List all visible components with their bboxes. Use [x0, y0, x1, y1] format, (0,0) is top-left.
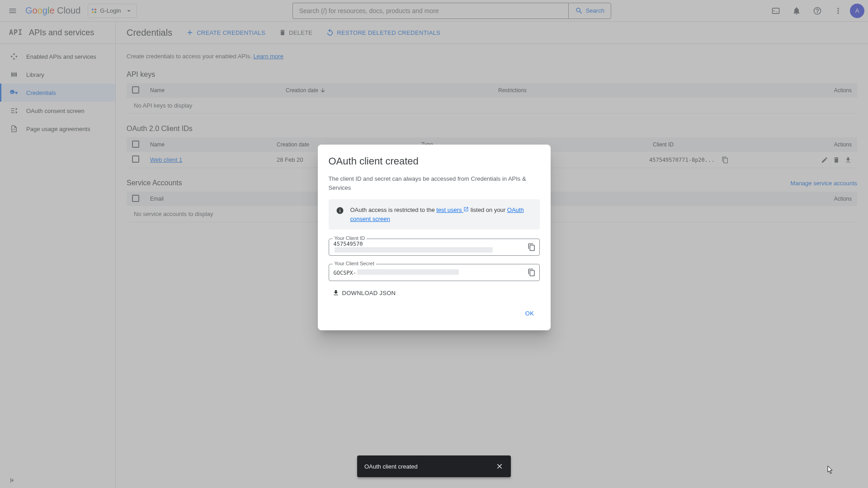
oauth-created-dialog: OAuth client created The client ID and s…	[318, 145, 551, 330]
dialog-actions: OK	[329, 307, 540, 319]
toast: OAuth client created	[357, 455, 511, 477]
download-label: DOWNLOAD JSON	[342, 290, 396, 296]
ok-button[interactable]: OK	[520, 307, 540, 319]
toast-message: OAuth client created	[364, 463, 418, 470]
copy-client-secret-button[interactable]	[528, 268, 536, 277]
copy-client-id-button[interactable]	[528, 243, 536, 251]
modal-overlay[interactable]: OAuth client created The client ID and s…	[0, 0, 868, 488]
copy-icon	[528, 268, 536, 277]
download-json-button[interactable]: DOWNLOAD JSON	[332, 289, 540, 296]
client-id-label: Your Client ID	[333, 235, 367, 241]
copy-icon	[528, 243, 536, 251]
client-id-field: Your Client ID 457549570	[329, 239, 540, 256]
client-secret-label: Your Client Secret	[333, 261, 376, 266]
close-icon	[495, 462, 504, 470]
info-box: OAuth access is restricted to the test u…	[329, 199, 540, 230]
dialog-title: OAuth client created	[329, 155, 540, 167]
client-secret-value: GOCSPX-	[334, 269, 459, 276]
test-users-link[interactable]: test users	[436, 206, 469, 213]
client-id-value: 457549570	[334, 241, 521, 254]
dialog-subtitle: The client ID and secret can always be a…	[329, 174, 540, 192]
info-icon	[336, 206, 344, 215]
download-icon	[332, 289, 340, 296]
toast-close-button[interactable]	[495, 462, 504, 470]
external-link-icon	[463, 206, 469, 212]
info-text: OAuth access is restricted to the test u…	[350, 206, 533, 223]
client-secret-field: Your Client Secret GOCSPX-	[329, 264, 540, 281]
